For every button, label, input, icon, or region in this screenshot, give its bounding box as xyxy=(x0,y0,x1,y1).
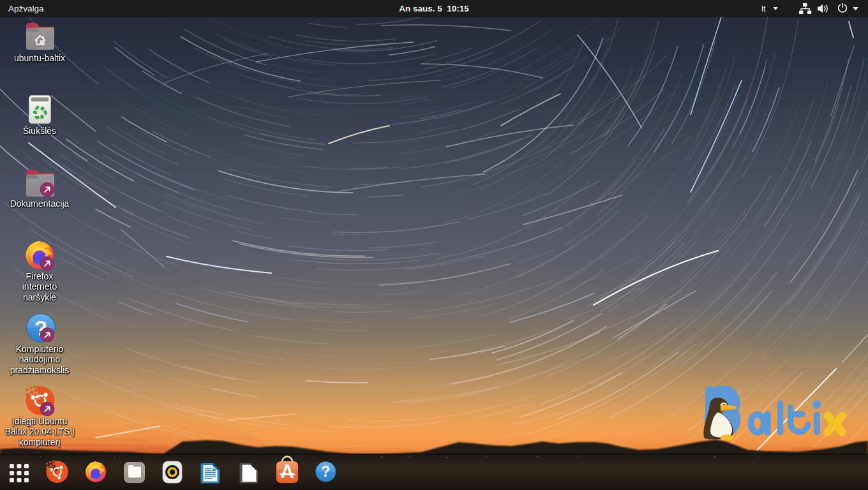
svg-text:lt: lt xyxy=(761,4,766,13)
